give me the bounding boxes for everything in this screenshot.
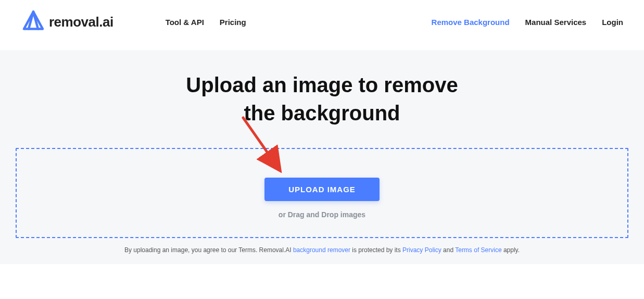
upload-dropzone[interactable]: UPLOAD IMAGE or Drag and Drop images (16, 148, 628, 238)
upload-image-button[interactable]: UPLOAD IMAGE (264, 178, 380, 201)
disclaimer-text-3: and (441, 246, 455, 254)
disclaimer-text-4: apply. (502, 246, 520, 254)
nav-pricing[interactable]: Pricing (220, 18, 246, 27)
headline-line-1: Upload an image to remove (186, 73, 458, 96)
nav-secondary: Remove Background Manual Services Login (432, 18, 623, 27)
logo-text: removal.ai (49, 14, 113, 30)
link-background-remover[interactable]: background remover (293, 246, 350, 254)
link-privacy-policy[interactable]: Privacy Policy (402, 246, 441, 254)
page-headline: Upload an image to remove the background (16, 71, 628, 127)
site-header: removal.ai Tool & API Pricing Remove Bac… (0, 0, 644, 50)
nav-login[interactable]: Login (602, 18, 623, 27)
disclaimer-text-2: is protected by its (350, 246, 402, 254)
hero-section: Upload an image to remove the background… (0, 50, 644, 264)
drag-drop-hint: or Drag and Drop images (27, 210, 617, 219)
link-terms-of-service[interactable]: Terms of Service (455, 246, 501, 254)
logo-link[interactable]: removal.ai (21, 9, 113, 34)
logo-icon (21, 9, 46, 34)
disclaimer-text-1: By uploading an image, you agree to our … (124, 246, 293, 254)
headline-line-2: the background (244, 102, 400, 124)
nav-remove-background[interactable]: Remove Background (432, 18, 510, 27)
nav-manual-services[interactable]: Manual Services (525, 18, 587, 27)
upload-disclaimer: By uploading an image, you agree to our … (16, 246, 628, 254)
nav-primary: Tool & API Pricing (166, 18, 246, 27)
nav-tool-api[interactable]: Tool & API (166, 18, 204, 27)
